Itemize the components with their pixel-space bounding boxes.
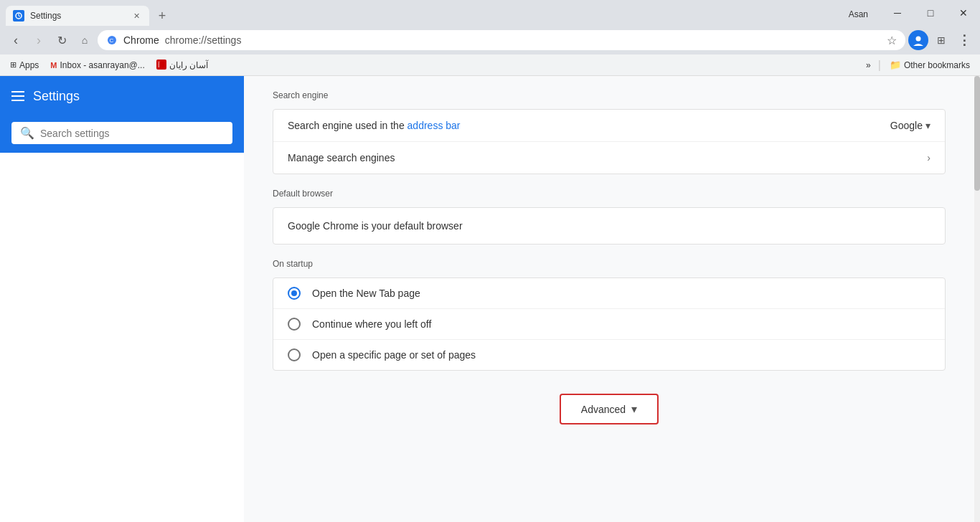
address-url: chrome://settings <box>165 34 242 46</box>
startup-option-continue-label: Continue where you left off <box>312 318 431 330</box>
search-engine-label: Search engine <box>273 90 946 100</box>
maximize-button[interactable]: □ <box>914 0 947 26</box>
settings-title: Settings <box>33 89 80 104</box>
browser-window: Settings ✕ + Asan ─ □ ✕ ‹ › ↻ ⌂ C Chrome… <box>0 0 980 522</box>
bookmarks-separator: | <box>877 59 882 72</box>
reload-button[interactable]: ↻ <box>52 30 72 50</box>
asan-icon: آ <box>156 60 166 71</box>
on-startup-label: On startup <box>273 259 946 269</box>
on-startup-section: On startup Open the New Tab page Continu… <box>244 250 974 376</box>
default-browser-status-text: Google Chrome is your default browser <box>288 220 463 232</box>
default-browser-label: Default browser <box>273 189 946 199</box>
settings-tab-close[interactable]: ✕ <box>131 10 142 22</box>
settings-tab-favicon <box>13 10 24 22</box>
folder-icon: 📁 <box>890 60 901 70</box>
radio-specific-page <box>288 348 301 361</box>
site-favicon: C <box>106 34 118 46</box>
search-input[interactable] <box>40 128 224 139</box>
svg-point-3 <box>916 37 921 42</box>
settings-sidebar: Settings 🔍 <box>0 76 244 522</box>
home-button[interactable]: ⌂ <box>75 30 95 50</box>
window-user-label: Asan <box>843 4 874 24</box>
advanced-label: Advanced <box>581 404 626 415</box>
settings-search-box[interactable]: 🔍 <box>11 122 232 144</box>
bookmark-asan[interactable]: آ آسان رایان <box>152 58 212 72</box>
startup-option-continue[interactable]: Continue where you left off <box>273 309 945 340</box>
search-engine-select-container: Google ▾ <box>890 120 930 131</box>
apps-icon: ⊞ <box>10 60 17 70</box>
startup-option-specific-page-label: Open a specific page or set of pages <box>312 349 476 361</box>
manage-search-engines-row[interactable]: Manage search engines › <box>273 142 945 174</box>
search-engine-address-row[interactable]: Search engine used in the address bar Go… <box>273 110 945 142</box>
search-icon: 🔍 <box>20 126 34 140</box>
close-button[interactable]: ✕ <box>947 0 980 26</box>
search-engine-value: Google <box>890 120 923 131</box>
new-tab-area: + <box>149 6 175 26</box>
search-engine-section: Search engine Search engine used in the … <box>244 76 974 180</box>
account-icon[interactable] <box>908 30 928 50</box>
forward-button[interactable]: › <box>29 30 49 50</box>
tab-bar: Settings ✕ + Asan ─ □ ✕ <box>0 0 980 26</box>
search-engine-card: Search engine used in the address bar Go… <box>273 109 946 174</box>
settings-header: Settings 🔍 <box>0 76 244 153</box>
on-startup-card: Open the New Tab page Continue where you… <box>273 277 946 371</box>
bookmarks-bar: ⊞ Apps M Inbox - asanrayan@... آ آسان را… <box>0 54 980 76</box>
settings-tab-title: Settings <box>30 11 125 21</box>
address-bar: ‹ › ↻ ⌂ C Chrome chrome://settings ☆ ⊞ ⋮ <box>0 26 980 54</box>
default-browser-status: Google Chrome is your default browser <box>273 208 945 244</box>
settings-search-container: 🔍 <box>0 116 244 153</box>
minimize-button[interactable]: ─ <box>881 0 914 26</box>
bookmarks-more-btn[interactable]: » <box>863 59 874 72</box>
back-button[interactable]: ‹ <box>6 30 26 50</box>
default-browser-card: Google Chrome is your default browser <box>273 207 946 245</box>
advanced-chevron-icon: ▾ <box>631 402 637 416</box>
bookmark-apps[interactable]: ⊞ Apps <box>6 59 43 72</box>
svg-text:C: C <box>110 37 114 44</box>
startup-option-new-tab-label: Open the New Tab page <box>312 288 420 299</box>
advanced-section: Advanced ▾ <box>244 376 974 439</box>
other-bookmarks[interactable]: 📁 Other bookmarks <box>885 58 974 72</box>
bookmark-star-icon[interactable]: ☆ <box>887 34 897 47</box>
dropdown-arrow-icon: ▾ <box>925 120 930 131</box>
scrollbar-track <box>974 76 980 522</box>
settings-tab[interactable]: Settings ✕ <box>6 6 149 26</box>
radio-continue <box>288 318 301 331</box>
more-menu-icon[interactable]: ⋮ <box>954 30 974 50</box>
search-engine-address-text: Search engine used in the address bar <box>288 120 890 131</box>
manage-search-engines-label: Manage search engines <box>288 152 927 163</box>
settings-main: Search engine Search engine used in the … <box>244 76 974 522</box>
startup-option-specific-page[interactable]: Open a specific page or set of pages <box>273 340 945 370</box>
default-browser-section: Default browser Google Chrome is your de… <box>244 180 974 250</box>
extensions-icon[interactable]: ⊞ <box>931 30 951 50</box>
page-content: Settings 🔍 Search engine <box>0 76 980 522</box>
chevron-right-icon: › <box>927 152 930 163</box>
advanced-button[interactable]: Advanced ▾ <box>560 394 659 424</box>
address-chrome-text: Chrome <box>123 34 159 46</box>
hamburger-menu-icon[interactable] <box>11 91 24 101</box>
gmail-icon: M <box>50 61 57 70</box>
svg-text:آ: آ <box>157 61 160 69</box>
window-controls: ─ □ ✕ <box>881 0 980 26</box>
address-field[interactable]: C Chrome chrome://settings ☆ <box>98 30 905 50</box>
radio-new-tab <box>288 287 301 300</box>
bookmark-inbox[interactable]: M Inbox - asanrayan@... <box>46 59 149 72</box>
startup-option-new-tab[interactable]: Open the New Tab page <box>273 278 945 309</box>
scrollbar-thumb[interactable] <box>974 76 980 191</box>
